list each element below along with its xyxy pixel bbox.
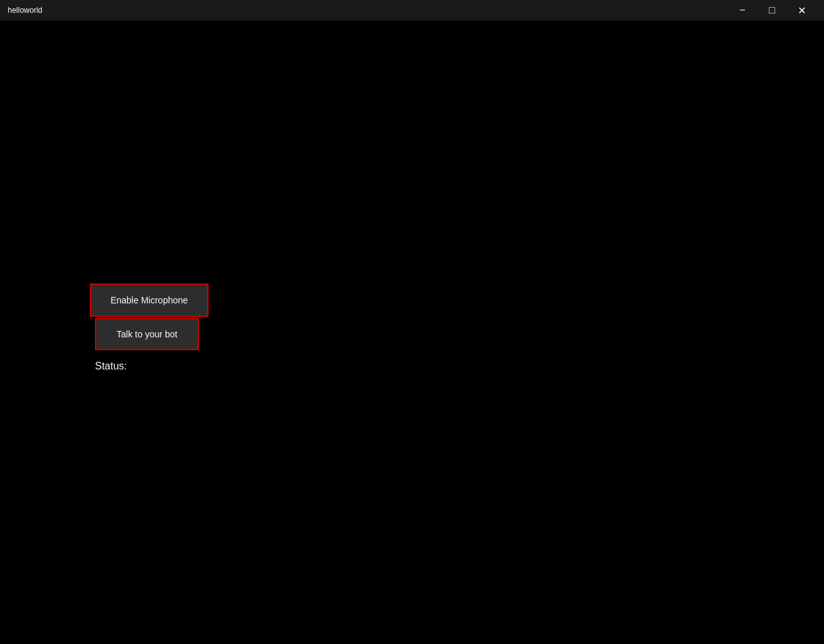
maximize-button[interactable]: □ xyxy=(757,0,787,21)
app-title: helloworld xyxy=(8,6,42,15)
title-bar: helloworld − □ ✕ xyxy=(0,0,824,21)
talk-to-bot-button[interactable]: Talk to your bot xyxy=(95,318,199,350)
enable-microphone-button[interactable]: Enable Microphone xyxy=(90,284,209,317)
minimize-button[interactable]: − xyxy=(728,0,757,21)
close-button[interactable]: ✕ xyxy=(787,0,816,21)
window-controls: − □ ✕ xyxy=(728,0,816,21)
status-label: Status: xyxy=(95,360,127,372)
main-content: Enable Microphone Talk to your bot Statu… xyxy=(0,21,824,644)
